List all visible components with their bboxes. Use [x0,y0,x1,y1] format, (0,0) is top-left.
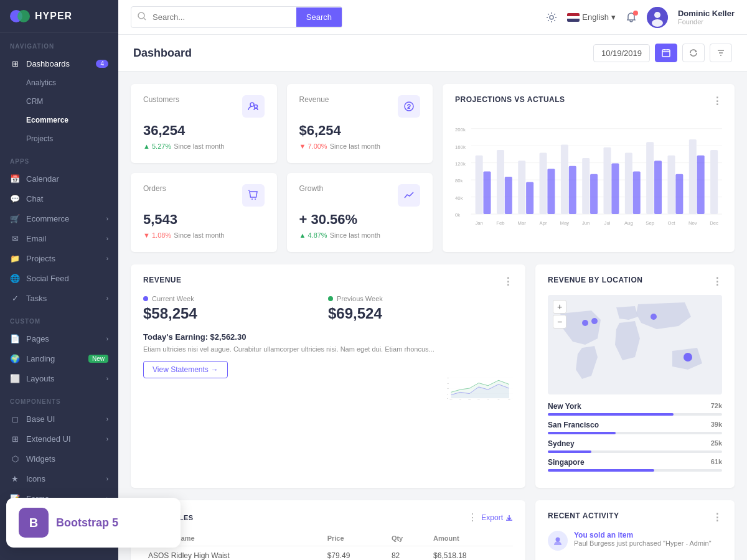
table-menu[interactable]: ⋮ [467,511,477,523]
revenue-menu[interactable]: ⋮ [503,276,514,287]
sidebar-item-ecommerce[interactable]: Ecommerce [0,111,118,129]
svg-rect-52 [689,139,697,214]
widgets-icon: ⬡ [10,454,20,464]
table-row: ASOS Ridley High Waist $79.49 82 $6,518.… [143,546,513,561]
col-amount: Amount [428,531,513,546]
sidebar-item-projects-app[interactable]: 📁 Projects › [0,248,118,268]
landing-icon: 🌍 [10,353,20,363]
revenue-card: REVENUE ⋮ Current Week $58,254 Previous … [131,264,525,488]
sidebar-item-calendar[interactable]: 📅 Calendar [0,169,118,189]
calendar-btn[interactable] [655,44,677,62]
orders-card: Orders 5,543 ▼ 1.08% Since last month [131,173,277,252]
view-statements-button[interactable]: View Statements → [143,361,228,378]
sidebar-item-social-feed[interactable]: 🌐 Social Feed [0,268,118,288]
search-input[interactable] [153,7,296,27]
sidebar-item-label: Layouts [26,374,55,383]
activity-card: RECENT ACTIVITY ⋮ You sold an item Paul … [535,500,735,560]
sidebar-item-label: Tasks [26,294,47,303]
sidebar-item-email[interactable]: ✉ Email › [0,228,118,248]
sidebar-item-icons[interactable]: ★ Icons › [0,469,118,488]
growth-value: + 30.56% [299,212,421,228]
map-zoom-out[interactable]: − [553,315,566,329]
svg-line-3 [144,18,146,20]
projections-menu[interactable]: ⋮ [712,95,723,107]
sidebar-item-label: Extended UI [26,434,71,444]
custom-section-label: CUSTOM [0,308,118,329]
export-button[interactable]: Export [481,513,513,522]
sidebar-item-label: Projects [26,134,53,143]
sidebar-item-extended-ui[interactable]: ⊞ Extended UI › [0,429,118,449]
svg-text:36k: 36k [447,377,449,378]
activity-menu[interactable]: ⋮ [712,511,723,523]
language-selector[interactable]: English ▾ [567,12,616,22]
svg-text:Sun: Sun [508,399,510,400]
logo-icon [10,10,30,22]
base-ui-icon: ◻ [10,414,20,424]
growth-change-label: Since last month [330,231,380,239]
map-zoom-in[interactable]: + [553,300,566,314]
customers-change: ▲ 5.27% [143,142,171,150]
chevron-down-icon: ▾ [611,12,616,22]
sidebar-item-landing[interactable]: 🌍 Landing New [0,348,118,368]
sidebar-item-label: Ecommerce [26,214,69,223]
svg-point-16 [254,105,257,108]
sidebar-item-analytics[interactable]: Analytics [0,73,118,92]
progress-fill [548,469,654,472]
bottom-row: TOTAL SALES ⋮ Export Product Na [131,500,735,560]
customers-label: Customers [143,95,179,104]
svg-rect-46 [625,152,632,214]
earning-desc: Etiam ultricies nisi vel augue. Curabitu… [143,344,435,355]
sidebar-item-label: Email [26,234,47,243]
search-button[interactable]: Search [296,7,342,27]
current-week-dot [143,296,148,301]
activity-content: You sold an item Paul Burgess just purch… [574,531,712,547]
svg-text:120k: 120k [455,161,466,167]
stats-left: Customers 36,254 ▲ 5.27% Since last mont… [131,84,277,252]
sidebar-item-chat[interactable]: 💬 Chat [0,189,118,208]
progress-fill [548,450,591,453]
notification-icon[interactable] [626,12,637,23]
cell-product: ASOS Ridley High Waist [143,546,322,561]
sales-table: Product Name Price Qty Amount ASOS Ridle… [143,531,513,560]
svg-rect-45 [611,164,619,215]
svg-rect-32 [476,156,483,214]
language-label: English [582,12,609,22]
orders-icon [242,184,265,207]
sidebar-item-projects[interactable]: Projects [0,129,118,148]
svg-rect-44 [604,147,611,214]
sidebar-item-layouts[interactable]: ⬜ Layouts › [0,368,118,388]
refresh-btn[interactable] [682,44,705,62]
svg-point-18 [255,198,256,200]
svg-rect-43 [590,174,598,214]
map-menu[interactable]: ⋮ [712,276,723,287]
current-week-label: Current Week [152,295,194,302]
sidebar-item-widgets[interactable]: ⬡ Widgets [0,449,118,469]
avatar [647,7,668,28]
sidebar-item-ecommerce-app[interactable]: 🛒 Ecommerce › [0,208,118,228]
chevron-right-icon: › [106,255,108,262]
orders-value: 5,543 [143,212,265,228]
svg-point-90 [684,353,692,362]
sidebar-item-pages[interactable]: 📄 Pages › [0,329,118,348]
current-week-metric: Current Week $58,254 [143,295,328,322]
search-icon [131,7,153,27]
settings-icon[interactable] [546,12,557,23]
activity-title-text: You sold an item [574,531,712,539]
filter-btn[interactable] [710,44,732,62]
projections-title: PROJECTIONS VS ACTUALS ⋮ [455,95,722,107]
notification-dot [633,11,638,16]
svg-text:27k: 27k [447,383,449,384]
cell-qty: 82 [387,546,428,561]
sidebar-item-base-ui[interactable]: ◻ Base UI › [0,409,118,429]
sidebar-item-dashboards[interactable]: ⊞ Dashboards 4 [0,54,118,73]
svg-text:Fri: Fri [487,399,489,400]
activity-title: RECENT ACTIVITY [548,511,619,523]
cell-amount: $6,518.18 [428,546,513,561]
prev-week-dot [328,296,333,301]
earning-title: Today's Earning: $2,562.30 [143,332,435,342]
svg-text:160k: 160k [455,144,466,150]
location-name: San Francisco 39k [548,421,722,429]
sidebar-item-crm[interactable]: CRM [0,92,118,111]
bootstrap-icon: B [19,508,49,538]
sidebar-item-tasks[interactable]: ✓ Tasks › [0,288,118,308]
